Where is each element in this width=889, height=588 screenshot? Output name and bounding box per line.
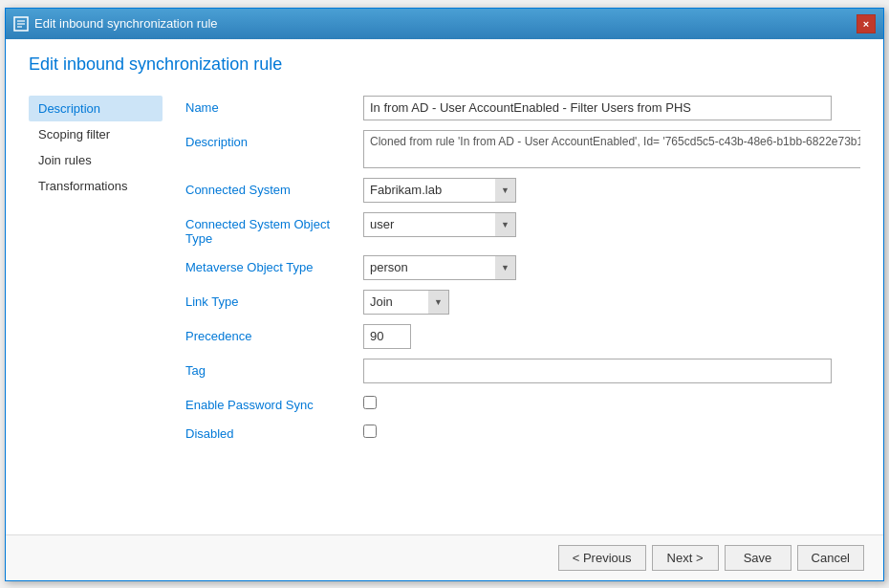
- metaverse-object-type-label: Metaverse Object Type: [185, 255, 348, 274]
- tag-wrapper: [363, 359, 860, 383]
- connected-system-object-type-select[interactable]: user: [363, 212, 516, 237]
- disabled-label: Disabled: [185, 422, 348, 441]
- metaverse-object-type-select-container: person ▼: [363, 255, 516, 280]
- enable-password-sync-label: Enable Password Sync: [185, 393, 348, 412]
- previous-button[interactable]: < Previous: [558, 545, 646, 571]
- name-label: Name: [185, 96, 348, 115]
- name-row: Name: [185, 96, 860, 120]
- precedence-label: Precedence: [185, 324, 348, 343]
- link-type-select[interactable]: Join: [363, 290, 449, 315]
- enable-password-sync-checkbox[interactable]: [363, 396, 377, 409]
- window-body: Edit inbound synchronization rule Descri…: [6, 39, 883, 580]
- connected-system-object-type-row: Connected System Object Type user ▼: [185, 212, 860, 246]
- metaverse-object-type-select[interactable]: person: [363, 255, 516, 280]
- window-title: Edit inbound synchronization rule: [34, 16, 218, 31]
- connected-system-row: Connected System Fabrikam.lab ▼: [185, 178, 860, 203]
- link-type-select-container: Join ▼: [363, 290, 449, 315]
- connected-system-select[interactable]: Fabrikam.lab: [363, 178, 516, 203]
- cancel-button[interactable]: Cancel: [797, 545, 864, 571]
- connected-system-object-type-label: Connected System Object Type: [185, 212, 348, 246]
- footer: < Previous Next > Save Cancel: [6, 534, 883, 580]
- title-bar: Edit inbound synchronization rule ×: [6, 9, 883, 39]
- enable-password-sync-row: Enable Password Sync: [185, 393, 860, 412]
- precedence-row: Precedence: [185, 324, 860, 349]
- title-bar-left: Edit inbound synchronization rule: [13, 16, 218, 32]
- save-button[interactable]: Save: [725, 545, 791, 571]
- tag-row: Tag: [185, 359, 860, 383]
- page-header: Edit inbound synchronization rule: [6, 39, 883, 84]
- connected-system-object-type-wrapper: user ▼: [363, 212, 860, 237]
- connected-system-wrapper: Fabrikam.lab ▼: [363, 178, 860, 203]
- tag-input[interactable]: [363, 359, 832, 383]
- metaverse-object-type-wrapper: person ▼: [363, 255, 860, 280]
- description-row: Description Cloned from rule 'In from AD…: [185, 130, 860, 168]
- sidebar-item-transformations[interactable]: Transformations: [29, 173, 163, 199]
- enable-password-sync-wrapper: [363, 393, 860, 409]
- disabled-wrapper: [363, 422, 860, 438]
- main-window: Edit inbound synchronization rule × Edit…: [5, 8, 884, 581]
- connected-system-object-type-select-container: user ▼: [363, 212, 516, 237]
- sidebar: Description Scoping filter Join rules Tr…: [29, 96, 163, 523]
- tag-label: Tag: [185, 359, 348, 378]
- sidebar-item-scoping-filter[interactable]: Scoping filter: [29, 121, 163, 147]
- connected-system-select-container: Fabrikam.lab ▼: [363, 178, 516, 203]
- description-text: Cloned from rule 'In from AD - User Acco…: [363, 130, 860, 168]
- disabled-checkbox[interactable]: [363, 425, 377, 438]
- precedence-wrapper: [363, 324, 860, 349]
- description-label: Description: [185, 130, 348, 149]
- link-type-label: Link Type: [185, 290, 348, 309]
- disabled-row: Disabled: [185, 422, 860, 441]
- close-button[interactable]: ×: [856, 14, 876, 33]
- form-area: Name Description Cloned from rule 'In fr…: [185, 96, 860, 523]
- sidebar-item-description[interactable]: Description: [29, 96, 163, 121]
- app-icon: [13, 16, 29, 32]
- sidebar-item-join-rules[interactable]: Join rules: [29, 147, 163, 173]
- link-type-row: Link Type Join ▼: [185, 290, 860, 315]
- name-input[interactable]: [363, 96, 832, 120]
- name-input-wrapper: [363, 96, 860, 120]
- metaverse-object-type-row: Metaverse Object Type person ▼: [185, 255, 860, 280]
- content-area: Description Scoping filter Join rules Tr…: [6, 84, 883, 534]
- precedence-input[interactable]: [363, 324, 411, 349]
- next-button[interactable]: Next >: [652, 545, 719, 571]
- connected-system-label: Connected System: [185, 178, 348, 197]
- link-type-wrapper: Join ▼: [363, 290, 860, 315]
- description-wrapper: Cloned from rule 'In from AD - User Acco…: [363, 130, 860, 168]
- page-title: Edit inbound synchronization rule: [29, 54, 860, 75]
